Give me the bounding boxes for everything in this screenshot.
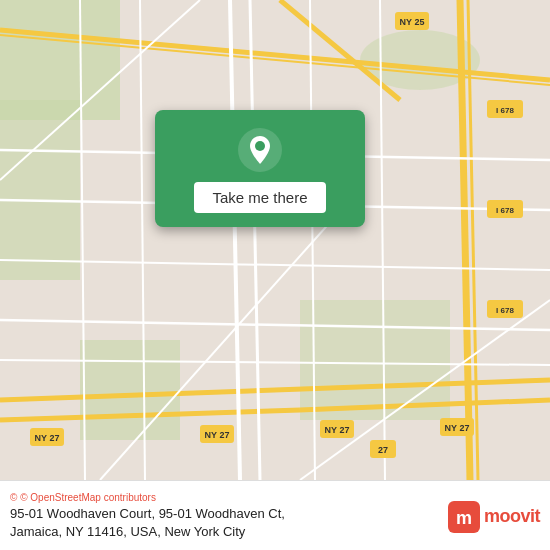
moovit-text: moovit xyxy=(484,506,540,527)
svg-text:NY 27: NY 27 xyxy=(325,425,350,435)
svg-point-47 xyxy=(255,141,265,151)
moovit-m-icon: m xyxy=(448,501,480,533)
address-line1: 95-01 Woodhaven Court, 95-01 Woodhaven C… xyxy=(10,506,285,521)
info-text-block: © © OpenStreetMap contributors 95-01 Woo… xyxy=(10,492,440,541)
svg-text:27: 27 xyxy=(378,445,388,455)
svg-text:m: m xyxy=(456,508,472,528)
location-pin-icon xyxy=(238,128,282,172)
info-bar: © © OpenStreetMap contributors 95-01 Woo… xyxy=(0,480,550,550)
svg-text:NY 25: NY 25 xyxy=(400,17,425,27)
svg-text:I 678: I 678 xyxy=(496,106,514,115)
svg-rect-2 xyxy=(0,100,80,280)
osm-credit: © © OpenStreetMap contributors xyxy=(10,492,440,503)
svg-rect-3 xyxy=(300,300,450,420)
svg-text:I 678: I 678 xyxy=(496,306,514,315)
svg-text:I 678: I 678 xyxy=(496,206,514,215)
take-me-there-button[interactable]: Take me there xyxy=(194,182,325,213)
osm-credit-text: © OpenStreetMap contributors xyxy=(20,492,156,503)
address-line: 95-01 Woodhaven Court, 95-01 Woodhaven C… xyxy=(10,505,440,541)
osm-copyright-symbol: © xyxy=(10,492,17,503)
moovit-logo: m moovit xyxy=(448,501,540,533)
map-container: NY 25 I 678 I 678 I 678 NY 27 NY 27 NY 2… xyxy=(0,0,550,480)
svg-rect-4 xyxy=(80,340,180,440)
location-card: Take me there xyxy=(155,110,365,227)
svg-text:NY 27: NY 27 xyxy=(445,423,470,433)
svg-text:NY 27: NY 27 xyxy=(35,433,60,443)
svg-text:NY 27: NY 27 xyxy=(205,430,230,440)
address-line2: Jamaica, NY 11416, USA, New York City xyxy=(10,524,245,539)
